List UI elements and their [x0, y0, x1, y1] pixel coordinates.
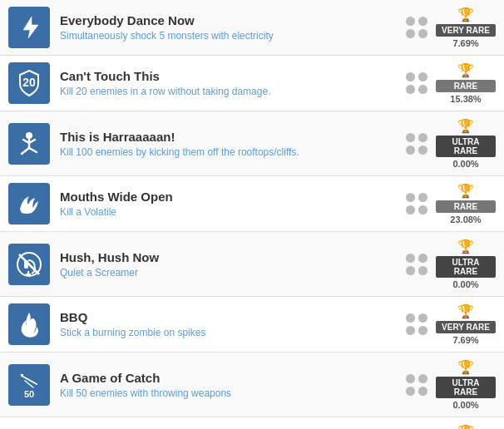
achievement-icon	[8, 123, 50, 165]
dot-2	[418, 72, 427, 81]
dot-4	[418, 326, 427, 335]
dot-1	[406, 254, 415, 263]
dot-3	[406, 387, 415, 396]
achievement-dots	[406, 254, 427, 275]
dot-1	[406, 193, 415, 202]
achievement-info: This is Harraaaaan! Kill 100 enemies by …	[60, 130, 406, 158]
achievement-description: Kill 50 enemies with throwing weapons	[60, 387, 406, 399]
achievement-row[interactable]: 50 Harran Shooting Club Kill 50 enemies …	[0, 417, 504, 429]
dot-3	[406, 145, 415, 155]
dot-3	[406, 266, 415, 275]
achievement-title: Everybody Dance Now	[60, 13, 406, 27]
rarity-percentage: 0.00%	[452, 400, 478, 410]
dot-4	[418, 266, 427, 275]
dot-2	[418, 17, 427, 26]
achievement-title: Hush, Hush Now	[60, 250, 406, 264]
dot-1	[406, 133, 415, 142]
rarity-label: ULTRA RARE	[436, 256, 496, 278]
trophy-icon: 🏆	[457, 183, 474, 199]
rarity-label: ULTRA RARE	[436, 136, 496, 157]
achievement-badge: 🏆 ULTRA RARE 0.00%	[436, 239, 496, 289]
dot-2	[418, 313, 427, 323]
achievement-badge: 🏆 ULTRA RARE 0.00%	[436, 118, 496, 169]
achievement-info: BBQ Stick a burning zombie on spikes	[60, 310, 406, 338]
achievement-description: Kill 20 enemies in a row without taking …	[60, 86, 406, 97]
rarity-percentage: 15.38%	[450, 94, 481, 104]
achievement-row[interactable]: Everybody Dance Now Simultaneously shock…	[0, 0, 504, 56]
achievement-dots	[406, 193, 427, 214]
dot-2	[418, 374, 427, 383]
rarity-label: RARE	[436, 80, 496, 92]
achievement-badge: 🏆 ULTRA RARE 0.00%	[436, 424, 496, 429]
trophy-icon: 🏆	[457, 303, 474, 319]
rarity-label: VERY RARE	[436, 24, 496, 37]
svg-text:50: 50	[24, 389, 34, 399]
dot-2	[418, 133, 427, 142]
achievement-badge: 🏆 RARE 15.38%	[436, 62, 496, 104]
rarity-label: ULTRA RARE	[436, 377, 496, 398]
achievement-badge: 🏆 ULTRA RARE 0.00%	[436, 359, 496, 410]
achievement-title: This is Harraaaaan!	[60, 130, 406, 144]
dot-1	[406, 374, 415, 383]
dot-3	[406, 85, 415, 94]
achievement-description: Simultaneously shock 5 monsters with ele…	[60, 30, 406, 42]
dot-4	[418, 387, 427, 396]
achievement-icon: 20	[8, 62, 50, 104]
dot-3	[406, 326, 415, 335]
achievement-dots	[406, 313, 427, 335]
trophy-icon: 🏆	[457, 239, 474, 254]
rarity-percentage: 0.00%	[452, 159, 478, 169]
achievement-badge: 🏆 VERY RARE 7.69%	[436, 7, 496, 48]
achievement-info: Mouths Wide Open Kill a Volatile	[60, 190, 406, 218]
achievement-description: Kill a Volatile	[60, 206, 406, 218]
trophy-icon: 🏆	[457, 118, 474, 134]
dot-4	[418, 145, 427, 155]
achievement-icon	[8, 7, 50, 48]
dot-1	[406, 17, 415, 26]
achievement-row[interactable]: This is Harraaaaan! Kill 100 enemies by …	[0, 111, 504, 176]
svg-text:20: 20	[22, 76, 36, 89]
achievement-description: Stick a burning zombie on spikes	[60, 327, 406, 338]
dot-1	[406, 313, 415, 323]
achievement-row[interactable]: Hush, Hush Now Quiet a Screamer 🏆 ULTRA …	[0, 232, 504, 297]
achievement-dots	[406, 374, 427, 396]
achievement-row[interactable]: 20 Can't Touch This Kill 20 enemies in a…	[0, 56, 504, 111]
svg-line-13	[22, 376, 37, 384]
achievement-row[interactable]: BBQ Stick a burning zombie on spikes 🏆 V…	[0, 297, 504, 353]
trophy-icon: 🏆	[457, 7, 474, 22]
achievement-description: Kill 100 enemies by kicking them off the…	[60, 146, 406, 158]
achievement-dots	[406, 72, 427, 94]
achievement-row[interactable]: Mouths Wide Open Kill a Volatile 🏆 RARE …	[0, 176, 504, 232]
rarity-label: RARE	[436, 200, 496, 213]
trophy-icon: 🏆	[457, 62, 474, 78]
dot-4	[418, 29, 427, 38]
achievement-icon	[8, 183, 50, 224]
achievement-row[interactable]: 50 A Game of Catch Kill 50 enemies with …	[0, 353, 504, 417]
dot-4	[418, 85, 427, 94]
achievement-title: Can't Touch This	[60, 69, 406, 83]
svg-line-4	[29, 148, 37, 152]
rarity-percentage: 0.00%	[452, 279, 478, 289]
svg-line-3	[22, 148, 29, 154]
dot-3	[406, 29, 415, 38]
achievement-title: A Game of Catch	[60, 371, 406, 385]
achievement-list: Everybody Dance Now Simultaneously shock…	[0, 0, 504, 429]
rarity-percentage: 7.69%	[452, 38, 478, 48]
achievement-badge: 🏆 RARE 23.08%	[436, 183, 496, 224]
achievement-badge: 🏆 VERY RARE 7.69%	[436, 303, 496, 345]
svg-rect-9	[24, 260, 28, 269]
svg-point-1	[26, 132, 32, 139]
dot-2	[418, 254, 427, 263]
rarity-label: VERY RARE	[436, 321, 496, 333]
dot-1	[406, 72, 415, 81]
achievement-info: A Game of Catch Kill 50 enemies with thr…	[60, 371, 406, 399]
achievement-title: BBQ	[60, 310, 406, 324]
dot-3	[406, 205, 415, 214]
achievement-icon: 50	[8, 364, 50, 406]
dot-2	[418, 193, 427, 202]
achievement-info: Can't Touch This Kill 20 enemies in a ro…	[60, 69, 406, 97]
achievement-icon	[8, 244, 50, 285]
rarity-percentage: 23.08%	[450, 214, 481, 224]
trophy-icon: 🏆	[457, 359, 474, 375]
achievement-info: Hush, Hush Now Quiet a Screamer	[60, 250, 406, 279]
